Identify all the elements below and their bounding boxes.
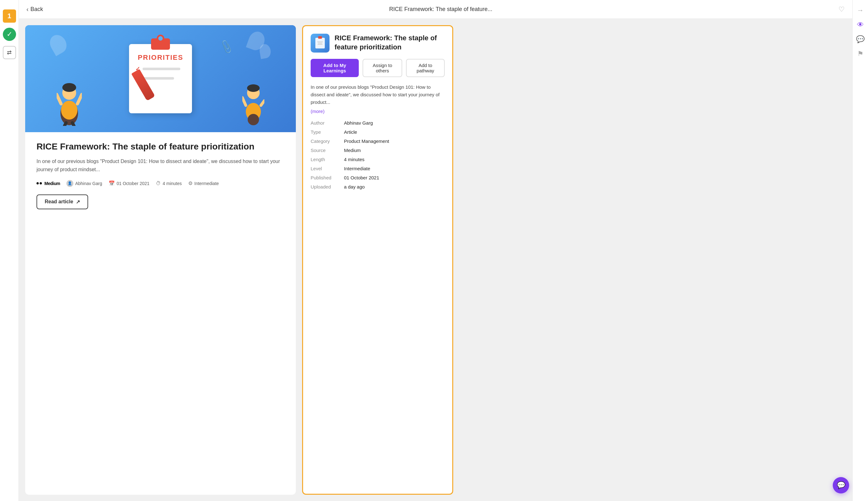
article-title: RICE Framework: The staple of feature pr…	[36, 141, 285, 152]
meta-length: ⏱ 4 minutes	[156, 181, 182, 186]
chat-float-button[interactable]: 💬	[833, 477, 849, 493]
flag-icon[interactable]: ⚑	[857, 50, 864, 58]
article-level: Intermediate	[194, 181, 219, 186]
author-avatar: 👤	[66, 180, 73, 187]
eye-icon[interactable]: 👁	[857, 21, 864, 29]
swap-button[interactable]: ⇄	[3, 46, 16, 59]
svg-line-6	[65, 123, 66, 126]
medium-logo: Medium	[44, 181, 60, 186]
meta-source: Medium	[36, 181, 60, 186]
article-hero-image: 📎	[25, 25, 296, 132]
info-row-published: Published 01 October 2021	[311, 175, 445, 180]
info-row-author: Author Abhinav Garg	[311, 120, 445, 126]
meta-date: 📅 01 October 2021	[109, 180, 150, 186]
chat-float-icon: 💬	[837, 481, 845, 489]
uploaded-value: a day ago	[344, 184, 365, 190]
calendar-icon: 📅	[109, 180, 115, 186]
add-to-pathway-button[interactable]: Add to pathway	[406, 59, 445, 77]
meta-author: 👤 Abhinav Garg	[66, 180, 102, 187]
category-label: Category	[311, 138, 339, 144]
action-buttons: Add to My Learnings Assign to others Add…	[311, 59, 445, 77]
article-body: RICE Framework: The staple of feature pr…	[25, 132, 296, 218]
info-row-level: Level Intermediate	[311, 166, 445, 171]
clock-icon: ⏱	[156, 181, 161, 186]
article-meta: Medium 👤 Abhinav Garg 📅 01 October 2021	[36, 180, 285, 187]
level-icon: ⚙	[188, 180, 193, 186]
read-article-label: Read article	[45, 199, 73, 204]
back-label: Back	[31, 6, 43, 13]
thumb-line-2	[318, 43, 322, 43]
category-value: Product Management	[344, 138, 389, 144]
person-right	[242, 79, 264, 126]
source-value: Medium	[344, 148, 361, 153]
top-header: ‹ Back RICE Framework: The staple of fea…	[19, 0, 852, 19]
length-label: Length	[311, 157, 339, 162]
priorities-illustration: 📎	[25, 25, 296, 132]
badge-number: 1	[3, 9, 16, 23]
main-content: ‹ Back RICE Framework: The staple of fea…	[19, 0, 852, 501]
svg-line-5	[77, 94, 82, 104]
article-length: 4 minutes	[163, 181, 182, 186]
read-article-button[interactable]: Read article ↗	[36, 194, 88, 209]
left-sidebar: 1 ✓ ⇄	[0, 0, 19, 501]
right-sidebar: → 👁 💬 ⚑	[852, 0, 868, 501]
info-table: Author Abhinav Garg Type Article Categor…	[311, 120, 445, 190]
published-value: 01 October 2021	[344, 175, 379, 180]
heart-icon[interactable]: ♡	[838, 6, 845, 13]
thumb-line-3	[318, 44, 323, 45]
back-button[interactable]: ‹ Back	[26, 6, 43, 13]
check-icon: ✓	[7, 30, 12, 39]
card-thumbnail	[311, 34, 330, 53]
length-value: 4 minutes	[344, 157, 364, 162]
bar-1	[142, 68, 180, 70]
uploaded-label: Uploaded	[311, 184, 339, 190]
svg-line-4	[57, 94, 61, 104]
back-arrow-icon: ‹	[26, 6, 29, 13]
type-value: Article	[344, 129, 357, 135]
red-marker	[131, 69, 155, 101]
info-card-header: RICE Framework: The staple of feature pr…	[311, 34, 445, 53]
author-name: Abhinav Garg	[75, 181, 102, 186]
info-row-category: Category Product Management	[311, 138, 445, 144]
header-title: RICE Framework: The staple of feature...	[48, 6, 833, 13]
right-panel: RICE Framework: The staple of feature pr…	[302, 25, 453, 495]
author-label: Author	[311, 120, 339, 126]
article-card: 📎	[25, 25, 296, 495]
info-row-length: Length 4 minutes	[311, 157, 445, 162]
comment-icon[interactable]: 💬	[856, 35, 865, 43]
collapse-panel-icon[interactable]: →	[857, 6, 864, 14]
assign-to-others-button[interactable]: Assign to others	[363, 59, 402, 77]
info-row-uploaded: Uploaded a day ago	[311, 184, 445, 190]
info-row-source: Source Medium	[311, 148, 445, 153]
swap-icon: ⇄	[7, 49, 12, 56]
type-label: Type	[311, 129, 339, 135]
info-description: In one of our previous blogs "Product De…	[311, 83, 445, 106]
priorities-text: PRIORITIES	[138, 53, 183, 62]
thumb-line-1	[317, 42, 323, 42]
article-date: 01 October 2021	[117, 181, 150, 186]
bar-2	[142, 77, 174, 79]
author-value: Abhinav Garg	[344, 120, 373, 126]
svg-line-12	[242, 98, 246, 105]
clipboard-ring	[157, 35, 164, 42]
info-card: RICE Framework: The staple of feature pr…	[302, 25, 453, 495]
svg-point-9	[247, 84, 260, 92]
more-link[interactable]: (more)	[311, 109, 445, 114]
check-badge: ✓	[3, 28, 16, 41]
medium-dots	[36, 182, 42, 184]
card-thumb-top	[318, 36, 322, 39]
external-link-icon: ↗	[76, 199, 80, 205]
add-to-learnings-button[interactable]: Add to My Learnings	[311, 59, 359, 77]
svg-point-1	[61, 101, 77, 120]
clipboard: PRIORITIES ✓ ✓	[129, 44, 192, 113]
card-title: RICE Framework: The staple of feature pr…	[334, 34, 445, 52]
svg-line-7	[72, 123, 74, 126]
published-label: Published	[311, 175, 339, 180]
check-line-1: ✓	[135, 65, 186, 72]
person-left	[57, 75, 82, 126]
article-excerpt: In one of our previous blogs "Product De…	[36, 157, 285, 173]
svg-line-13	[261, 101, 264, 105]
info-row-type: Type Article	[311, 129, 445, 135]
meta-level: ⚙ Intermediate	[188, 180, 219, 186]
source-label: Source	[311, 148, 339, 153]
